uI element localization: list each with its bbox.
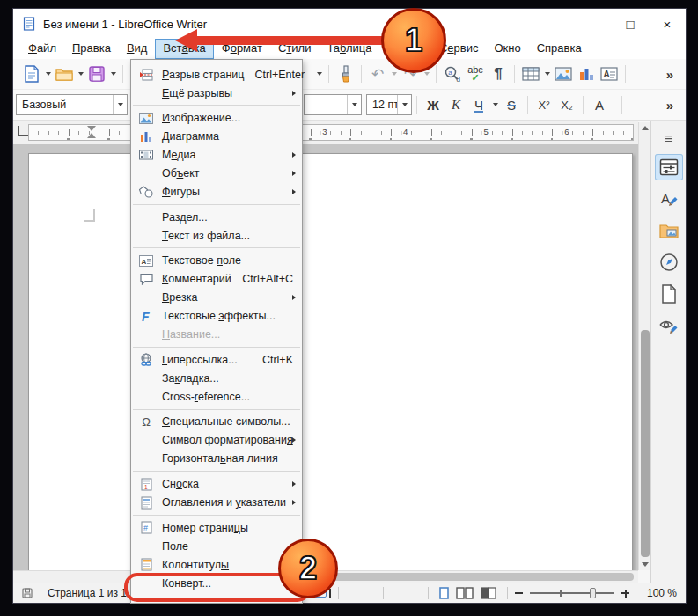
menu-item-text-box[interactable]: A Текстовое поле [131, 252, 302, 270]
undo-button[interactable]: ↶ [367, 62, 388, 86]
save-button[interactable] [86, 62, 107, 86]
new-document-caret[interactable] [43, 62, 53, 86]
menu-help[interactable]: Справка [529, 39, 590, 59]
menu-item-shapes[interactable]: Фигуры [131, 183, 302, 202]
close-button[interactable]: × [649, 9, 686, 39]
bold-button[interactable]: Ж [422, 92, 444, 117]
underline-caret[interactable] [490, 92, 500, 117]
menu-item-frame[interactable]: Врезка [131, 289, 302, 307]
menu-file[interactable]: Файл [20, 39, 64, 59]
single-page-view-icon[interactable] [439, 587, 449, 599]
menu-item-shortcut: Ctrl+Enter [244, 69, 305, 81]
zoom-level-label[interactable]: 100 % [638, 587, 677, 599]
font-size-caret[interactable] [397, 95, 411, 114]
menu-item-comment[interactable]: Комментарий Ctrl+Alt+C [131, 270, 302, 289]
document-workspace[interactable] [13, 144, 638, 570]
sidebar-tab-style-inspector[interactable] [655, 312, 683, 339]
scroll-down-arrow-icon[interactable] [642, 562, 649, 567]
sidebar-tab-navigator[interactable] [655, 249, 683, 275]
menu-item-object[interactable]: Объект [131, 165, 302, 183]
menu-item-horizontal-line[interactable]: Горизонтальная линия [131, 450, 302, 468]
menu-window[interactable]: Окно [486, 39, 528, 59]
italic-button[interactable]: К [445, 92, 467, 117]
sidebar-settings-button[interactable]: ≡ [665, 131, 672, 149]
toolbar-separator [583, 96, 584, 114]
sidebar-tab-styles[interactable]: A [655, 186, 683, 212]
menu-item-formatting-mark[interactable]: Символ форматирования [131, 431, 302, 450]
font-name-caret[interactable] [347, 95, 361, 114]
new-document-button[interactable] [21, 62, 42, 86]
paste-caret[interactable] [314, 62, 324, 86]
menu-item-media[interactable]: Медиа [131, 146, 302, 165]
menu-item-header-footer[interactable]: Колонтитулы [131, 555, 302, 574]
subscript-button[interactable]: X₂ [556, 92, 577, 117]
comment-icon [138, 272, 154, 286]
book-view-icon[interactable] [481, 587, 496, 599]
menu-item-section[interactable]: Раздел... [131, 208, 302, 226]
zoom-slider-thumb[interactable] [590, 588, 596, 598]
font-name-combo[interactable] [304, 94, 362, 115]
menu-item-image[interactable]: Изображение... [131, 109, 302, 128]
insert-textbox-button[interactable]: A [599, 62, 620, 86]
sidebar-tab-page[interactable] [655, 281, 683, 307]
menu-item-toc-and-index[interactable]: Оглавления и указатели [131, 494, 302, 512]
save-floppy-icon [89, 66, 105, 82]
document-page[interactable] [28, 153, 633, 570]
font-size-combo[interactable]: 12 пт [366, 94, 412, 115]
insert-table-button[interactable] [520, 62, 541, 86]
indent-marker[interactable] [87, 126, 96, 138]
menu-item-chart[interactable]: Диаграмма [131, 128, 302, 146]
ruler-number: 3 [320, 127, 328, 136]
menu-item-more-breaks[interactable]: Ещё разрывы [131, 84, 302, 102]
toolbar-overflow-button[interactable]: » [659, 92, 680, 117]
menu-item-text-from-file[interactable]: Текст из файла... [131, 226, 302, 245]
save-status-icon [22, 588, 33, 598]
insert-table-caret[interactable] [542, 62, 552, 86]
toolbar-overflow-button[interactable]: » [659, 62, 680, 86]
menu-item-field[interactable]: Поле [131, 537, 302, 555]
menu-item-special-character[interactable]: Ω Специальные символы... [131, 413, 302, 431]
horizontal-ruler[interactable]: 1 2 3 4 5 6 [28, 124, 634, 141]
maximize-button[interactable]: □ [612, 9, 649, 39]
menu-item-label: Текст из файла... [162, 230, 250, 242]
vertical-scrollbar[interactable] [638, 122, 650, 570]
menu-edit[interactable]: Правка [64, 39, 119, 59]
underline-icon: Ч [474, 98, 483, 113]
clone-formatting-button[interactable] [334, 62, 356, 86]
menu-view[interactable]: Вид [119, 39, 156, 59]
minimize-button[interactable]: – [575, 9, 612, 39]
open-button[interactable] [54, 62, 75, 86]
scroll-up-arrow-icon[interactable] [642, 126, 649, 130]
menu-item-cross-reference[interactable]: Cross-reference... [131, 387, 302, 406]
horizontal-scrollbar-thumb[interactable] [304, 573, 634, 581]
open-caret[interactable] [76, 62, 85, 86]
formatting-marks-button[interactable]: ¶ [488, 62, 509, 86]
vertical-scrollbar-thumb[interactable] [641, 330, 650, 557]
spellcheck-button[interactable]: abc ✓ [465, 62, 486, 86]
superscript-button[interactable]: X² [533, 92, 555, 117]
sidebar-tab-gallery[interactable] [655, 217, 683, 244]
zoom-out-icon[interactable] [515, 592, 523, 594]
underline-button[interactable]: Ч [468, 92, 489, 117]
menu-item-page-break[interactable]: Разрыв страниц Ctrl+Enter [131, 65, 302, 84]
menu-item-footnote[interactable]: 1 Сноска [131, 475, 302, 494]
tab-stop-selector[interactable] [18, 126, 28, 136]
clear-formatting-button[interactable]: A [589, 92, 610, 117]
paragraph-style-caret[interactable] [113, 95, 127, 114]
zoom-in-icon[interactable] [621, 590, 629, 598]
zoom-slider-track[interactable] [530, 592, 614, 594]
sidebar-tab-properties[interactable] [655, 154, 683, 180]
menu-item-hyperlink[interactable]: Гиперссылка... Ctrl+K [131, 350, 302, 369]
save-caret[interactable] [108, 62, 118, 86]
strikethrough-button[interactable]: S [501, 92, 522, 117]
paragraph-style-combo[interactable]: Базовый [16, 94, 128, 115]
find-replace-button[interactable]: a d [442, 62, 463, 86]
multi-page-view-icon[interactable] [456, 587, 474, 599]
insert-chart-button[interactable] [576, 62, 597, 86]
page-count-label[interactable]: Страница 1 из 1 [48, 587, 127, 599]
insert-image-button[interactable] [553, 62, 574, 86]
menu-item-fontwork[interactable]: F Текстовые эффекты... [131, 307, 302, 326]
svg-text:A: A [604, 70, 610, 79]
menu-item-bookmark[interactable]: Закладка... [131, 369, 302, 387]
menu-item-page-number[interactable]: # Номер страницы [131, 518, 302, 537]
